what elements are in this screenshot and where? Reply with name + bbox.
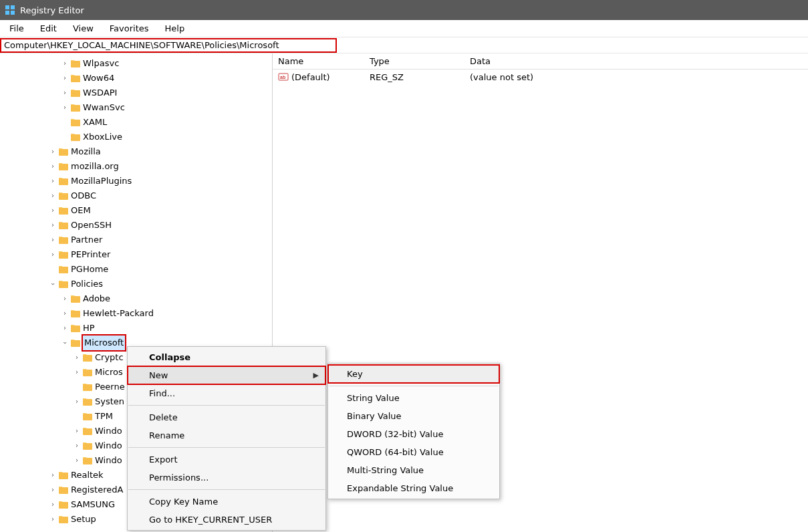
ctx-new[interactable]: New ▶ xyxy=(128,366,325,384)
value-name: (Default) xyxy=(291,72,330,82)
chevron-right-icon[interactable]: › xyxy=(48,218,57,233)
chevron-right-icon[interactable]: › xyxy=(60,100,70,115)
tree-node[interactable]: XboxLive xyxy=(0,130,272,144)
tree-node-label: TPM xyxy=(94,409,113,424)
tree-node[interactable]: ›WwanSvc xyxy=(0,100,272,115)
tree-node-label: Micros xyxy=(94,365,123,380)
tree-node-label: Windo xyxy=(94,453,122,468)
tree-node[interactable]: ›WSDAPI xyxy=(0,86,272,100)
svg-rect-7 xyxy=(71,105,80,112)
folder-icon xyxy=(57,221,70,230)
tree-node[interactable]: ›Policies xyxy=(0,277,272,291)
tree-node[interactable]: ›mozilla.org xyxy=(0,159,272,174)
sub-dword[interactable]: DWORD (32-bit) Value xyxy=(328,425,499,443)
address-input[interactable] xyxy=(0,38,337,53)
tree-node-label: Microsoft xyxy=(82,334,126,352)
ctx-collapse[interactable]: Collapse xyxy=(128,348,325,366)
sub-string[interactable]: String Value xyxy=(328,389,499,407)
sub-binary[interactable]: Binary Value xyxy=(328,407,499,425)
menu-favorites[interactable]: Favorites xyxy=(103,21,156,35)
chevron-right-icon[interactable]: › xyxy=(48,159,57,174)
chevron-right-icon[interactable]: › xyxy=(48,247,57,262)
chevron-right-icon[interactable]: › xyxy=(72,350,82,365)
folder-icon xyxy=(82,397,94,406)
ctx-find[interactable]: Find... xyxy=(128,384,325,402)
svg-rect-1 xyxy=(11,5,15,9)
menu-help[interactable]: Help xyxy=(158,21,192,35)
chevron-right-icon[interactable]: › xyxy=(60,71,70,86)
tree-node[interactable]: ›OpenSSH xyxy=(0,218,272,233)
tree-node[interactable]: PGHome xyxy=(0,262,272,277)
chevron-right-icon[interactable]: › xyxy=(48,497,57,512)
chevron-right-icon[interactable]: › xyxy=(48,512,57,527)
chevron-right-icon[interactable]: › xyxy=(60,86,70,100)
tree-node[interactable]: ›MozillaPlugins xyxy=(0,174,272,188)
tree-node[interactable]: ›Hewlett-Packard xyxy=(0,306,272,321)
chevron-right-icon[interactable]: › xyxy=(48,233,57,247)
ctx-copy-key-name[interactable]: Copy Key Name xyxy=(128,493,325,511)
tree-node[interactable]: ›Mozilla xyxy=(0,144,272,159)
folder-icon xyxy=(82,353,94,362)
svg-rect-5 xyxy=(71,76,80,82)
menu-view[interactable]: View xyxy=(66,21,100,35)
chevron-right-icon[interactable]: › xyxy=(60,56,70,71)
ctx-goto-hkcu[interactable]: Go to HKEY_CURRENT_USER xyxy=(128,511,325,529)
chevron-right-icon[interactable]: › xyxy=(72,365,82,380)
ctx-rename[interactable]: Rename xyxy=(128,426,325,444)
tree-node-label: Windo xyxy=(94,424,122,438)
chevron-right-icon[interactable]: › xyxy=(48,468,57,483)
folder-icon xyxy=(70,59,82,68)
chevron-right-icon[interactable]: › xyxy=(72,394,82,409)
chevron-down-icon[interactable]: › xyxy=(48,277,57,291)
chevron-right-icon[interactable]: › xyxy=(48,483,57,497)
chevron-right-icon[interactable]: › xyxy=(48,144,57,159)
tree-node[interactable]: ›Wow64 xyxy=(0,71,272,86)
folder-icon xyxy=(57,206,70,215)
svg-rect-13 xyxy=(59,193,68,200)
chevron-right-icon[interactable]: › xyxy=(48,188,57,203)
col-header-name[interactable]: Name xyxy=(273,56,370,66)
value-row[interactable]: ab (Default) REG_SZ (value not set) xyxy=(273,70,808,84)
tree-node-label: Realtek xyxy=(70,468,104,483)
sub-multi[interactable]: Multi-String Value xyxy=(328,461,499,479)
tree-node[interactable]: ›ODBC xyxy=(0,188,272,203)
svg-rect-3 xyxy=(11,11,15,15)
tree-node[interactable]: ›Wlpasvc xyxy=(0,56,272,71)
tree-node[interactable]: ›HP xyxy=(0,321,272,336)
chevron-right-icon[interactable]: › xyxy=(48,174,57,188)
chevron-right-icon[interactable]: › xyxy=(60,291,70,306)
sub-expand[interactable]: Expandable String Value xyxy=(328,479,499,497)
folder-icon xyxy=(57,515,70,524)
chevron-right-icon[interactable]: › xyxy=(72,424,82,438)
context-menu[interactable]: Collapse New ▶ Find... Delete Rename Exp… xyxy=(127,346,326,531)
ctx-export[interactable]: Export xyxy=(128,450,325,469)
menu-edit[interactable]: Edit xyxy=(33,21,63,35)
tree-node[interactable]: ›PEPrinter xyxy=(0,247,272,262)
tree-node-label: OpenSSH xyxy=(70,218,112,233)
address-bar xyxy=(0,37,808,53)
chevron-down-icon[interactable]: › xyxy=(60,336,70,350)
menu-file[interactable]: File xyxy=(3,21,31,35)
tree-node[interactable]: ›OEM xyxy=(0,203,272,218)
chevron-right-icon[interactable]: › xyxy=(72,453,82,468)
submenu-new[interactable]: Key String Value Binary Value DWORD (32-… xyxy=(327,363,500,499)
chevron-right-icon[interactable]: › xyxy=(72,438,82,453)
col-header-data[interactable]: Data xyxy=(470,56,808,66)
col-header-type[interactable]: Type xyxy=(370,56,470,66)
tree-node[interactable]: XAML xyxy=(0,115,272,130)
chevron-right-icon[interactable]: › xyxy=(48,203,57,218)
chevron-right-icon[interactable]: › xyxy=(60,306,70,321)
tree-node[interactable]: ›Partner xyxy=(0,233,272,247)
sub-qword[interactable]: QWORD (64-bit) Value xyxy=(328,443,499,461)
chevron-right-icon[interactable]: › xyxy=(60,321,70,336)
string-value-icon: ab xyxy=(278,72,289,82)
ctx-permissions[interactable]: Permissions... xyxy=(128,469,325,487)
titlebar: Registry Editor xyxy=(0,0,808,20)
tree-node-label: PEPrinter xyxy=(70,247,110,262)
svg-rect-35 xyxy=(59,517,68,523)
tree-node-label: Setup xyxy=(70,512,96,527)
tree-node-label: HP xyxy=(82,321,95,336)
ctx-delete[interactable]: Delete xyxy=(128,408,325,426)
tree-node[interactable]: ›Adobe xyxy=(0,291,272,306)
sub-key[interactable]: Key xyxy=(328,365,499,383)
